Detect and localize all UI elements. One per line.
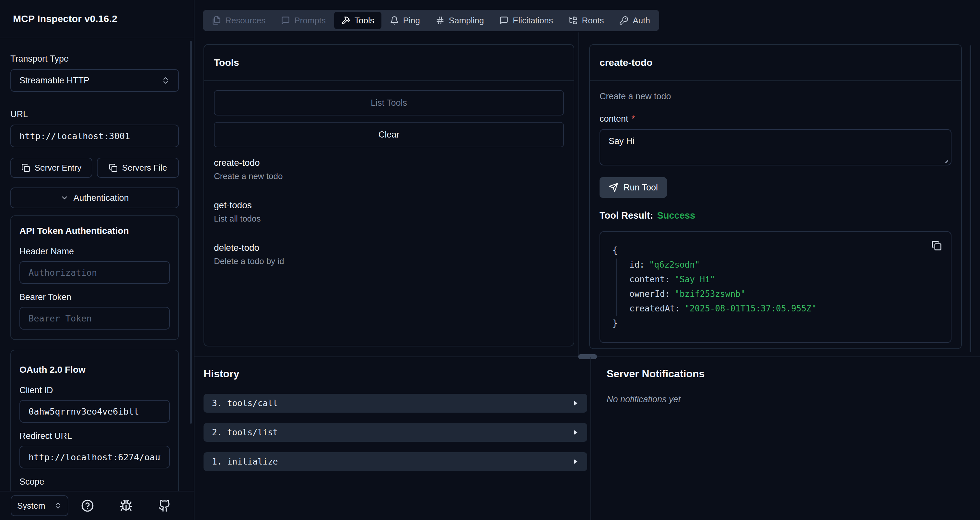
json-field: id:"q6z2sodn": [612, 258, 939, 272]
list-tools-button[interactable]: List Tools: [214, 90, 564, 115]
message-square-icon: [500, 16, 509, 25]
server-entry-button[interactable]: Server Entry: [10, 158, 92, 178]
json-key: createdAt:: [629, 304, 680, 313]
tools-panel-header: Tools: [204, 45, 574, 81]
chevrons-up-down-icon: [161, 76, 170, 85]
tool-detail-title: create-todo: [600, 57, 652, 68]
tab-resources[interactable]: Resources: [205, 12, 272, 29]
send-icon: [609, 183, 618, 192]
tab-label: Roots: [582, 16, 604, 26]
bottom-panes-divider[interactable]: [590, 357, 591, 520]
sidebar-scrollbar[interactable]: [190, 41, 192, 424]
splitter-handle[interactable]: [578, 354, 597, 359]
scope-label: Scope: [19, 477, 170, 487]
sidebar-footer: System: [0, 491, 194, 520]
tool-detail-description: Create a new todo: [600, 91, 951, 102]
main-tabbar: Resources Prompts Tools Ping Sampling El…: [203, 10, 659, 31]
json-close-brace: }: [612, 316, 939, 330]
tab-roots[interactable]: Roots: [562, 12, 611, 29]
copy-icon: [931, 240, 942, 251]
hash-icon: [436, 16, 445, 25]
json-field: content:"Say Hi": [612, 272, 939, 287]
copy-icon: [109, 163, 118, 172]
chevron-down-icon: [60, 194, 69, 202]
content-input[interactable]: Say Hi: [600, 129, 951, 166]
tool-description: List all todos: [214, 214, 564, 224]
bearer-token-label: Bearer Token: [19, 292, 170, 302]
tool-result-label: Tool Result:: [600, 210, 653, 220]
json-value: "2025-08-01T15:37:05.955Z": [685, 304, 817, 313]
server-entry-label: Server Entry: [35, 163, 82, 173]
copy-result-button[interactable]: [931, 240, 942, 251]
run-tool-button[interactable]: Run Tool: [600, 177, 667, 198]
theme-select[interactable]: System: [11, 495, 68, 516]
top-panes-divider[interactable]: [579, 32, 579, 357]
tools-panel: Tools List Tools Clear create-todo Creat…: [204, 44, 574, 346]
tab-label: Sampling: [449, 16, 484, 26]
history-title: History: [204, 368, 239, 380]
servers-file-button[interactable]: Servers File: [97, 158, 179, 178]
tab-label: Ping: [403, 16, 420, 26]
help-button[interactable]: [81, 499, 94, 512]
app-title: MCP Inspector v0.16.2: [13, 13, 117, 24]
list-item[interactable]: get-todos List all todos: [214, 200, 564, 224]
json-indent-guide: [616, 258, 617, 316]
history-list: 3. tools/call 2. tools/list 1. initializ…: [204, 394, 587, 482]
tab-auth[interactable]: Auth: [612, 12, 657, 29]
transport-type-group: Transport Type Streamable HTTP: [10, 54, 179, 92]
main-scrollbar[interactable]: [970, 45, 971, 352]
tool-detail-body: Create a new todo content* Say Hi Run To…: [590, 81, 961, 352]
theme-value: System: [17, 501, 45, 511]
resize-grip-icon[interactable]: [942, 157, 949, 163]
tab-elicitations[interactable]: Elicitations: [492, 12, 560, 29]
authentication-toggle[interactable]: Authentication: [10, 188, 179, 208]
client-id-input[interactable]: [19, 400, 170, 423]
github-button[interactable]: [158, 499, 171, 512]
run-tool-label: Run Tool: [624, 183, 658, 193]
json-key: ownerId:: [629, 289, 670, 299]
transport-type-value: Streamable HTTP: [19, 76, 89, 86]
clear-button[interactable]: Clear: [214, 122, 564, 147]
hammer-icon: [341, 16, 350, 25]
tool-result-line: Tool Result:Success: [600, 210, 951, 221]
json-field: ownerId:"bzif253zswnb": [612, 287, 939, 301]
debug-button[interactable]: [119, 499, 132, 512]
tab-sampling[interactable]: Sampling: [428, 12, 491, 29]
content-field-label-row: content*: [600, 114, 951, 124]
chevrons-up-down-icon: [54, 502, 62, 510]
history-item-label: 2. tools/list: [212, 427, 278, 437]
json-result-box: { id:"q6z2sodn" content:"Say Hi" ownerId…: [600, 231, 951, 343]
tab-tools[interactable]: Tools: [334, 12, 382, 29]
tools-panel-body: List Tools Clear create-todo Create a ne…: [204, 81, 574, 294]
sidebar-scroll-area[interactable]: Transport Type Streamable HTTP URL Serve…: [0, 39, 194, 491]
tab-prompts[interactable]: Prompts: [274, 12, 333, 29]
redirect-url-label: Redirect URL: [19, 431, 170, 441]
list-item[interactable]: delete-todo Delete a todo by id: [214, 242, 564, 266]
tab-ping[interactable]: Ping: [383, 12, 427, 29]
history-item[interactable]: 1. initialize: [204, 452, 587, 471]
json-value: "q6z2sodn": [649, 260, 700, 270]
url-input[interactable]: [10, 124, 179, 147]
tool-description: Delete a todo by id: [214, 256, 564, 266]
history-item-label: 3. tools/call: [212, 398, 278, 408]
history-item[interactable]: 3. tools/call: [204, 394, 587, 413]
json-value: "bzif253zswnb": [675, 289, 745, 299]
redirect-url-input[interactable]: [19, 446, 170, 469]
list-item[interactable]: create-todo Create a new todo: [214, 158, 564, 181]
bug-icon: [119, 499, 132, 512]
expand-arrow-icon: [572, 458, 579, 465]
sidebar-header: MCP Inspector v0.16.2: [0, 0, 194, 38]
history-item[interactable]: 2. tools/list: [204, 423, 587, 442]
mcp-inspector-window: MCP Inspector v0.16.2 Transport Type Str…: [0, 0, 980, 520]
header-name-input[interactable]: [19, 261, 170, 284]
notifications-empty-message: No notifications yet: [607, 394, 681, 405]
transport-type-label: Transport Type: [10, 54, 179, 64]
sidebar: MCP Inspector v0.16.2 Transport Type Str…: [0, 0, 194, 520]
bearer-token-input[interactable]: [19, 307, 170, 330]
transport-type-select[interactable]: Streamable HTTP: [10, 69, 179, 92]
tool-list: create-todo Create a new todo get-todos …: [214, 158, 564, 266]
oauth-title: OAuth 2.0 Flow: [19, 365, 170, 375]
bell-icon: [390, 16, 399, 25]
tool-detail-panel: create-todo Create a new todo content* S…: [589, 44, 962, 349]
required-marker: *: [632, 114, 635, 124]
